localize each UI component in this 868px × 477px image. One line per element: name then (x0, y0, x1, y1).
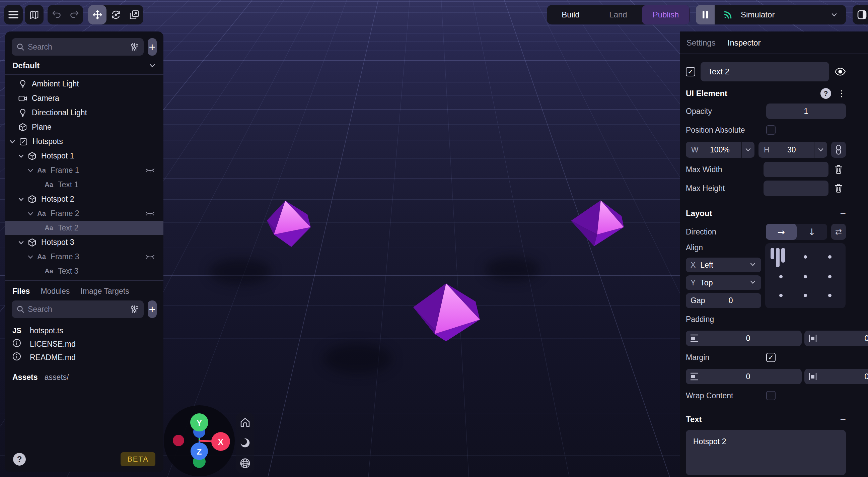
files-search[interactable] (12, 300, 144, 318)
redo-button[interactable] (69, 10, 80, 20)
tab-publish[interactable]: Publish (642, 5, 689, 25)
kebab-menu-icon[interactable]: ⋮ (837, 88, 846, 99)
help-icon[interactable]: ? (820, 88, 831, 99)
scale-tool-button[interactable] (125, 5, 143, 25)
align-cell[interactable] (818, 246, 842, 267)
map-button[interactable] (25, 5, 43, 25)
undo-button[interactable] (52, 10, 62, 20)
align-cell[interactable] (793, 246, 817, 267)
tree-item-plane[interactable]: Plane (5, 120, 163, 134)
margin-vertical-input[interactable] (699, 372, 798, 381)
tab-modules[interactable]: Modules (40, 287, 70, 296)
chevron-down-icon[interactable] (17, 239, 25, 246)
tree-item-text-1[interactable]: Aa Text 1 (5, 178, 163, 192)
max-height-input[interactable] (764, 181, 829, 196)
align-y-dropdown[interactable]: Y Top (686, 275, 761, 290)
add-entity-button[interactable]: + (148, 38, 157, 56)
toggle-panel-button[interactable] (852, 5, 868, 25)
tree-item-ambient-light[interactable]: Ambient Light (5, 77, 163, 91)
file-item-hotspot-ts[interactable]: JS hotspot.ts (5, 324, 163, 337)
home-button[interactable] (240, 417, 250, 428)
file-item-license[interactable]: LICENSE.md (5, 337, 163, 351)
align-cell[interactable] (818, 286, 842, 305)
collapse-section-icon[interactable]: − (840, 414, 846, 425)
collapse-section-icon[interactable]: − (840, 208, 846, 219)
assets-row[interactable]: Assets assets/ (5, 364, 163, 391)
margin-vertical-field[interactable] (686, 369, 802, 384)
align-cell[interactable] (818, 267, 842, 286)
dark-mode-button[interactable] (240, 438, 250, 448)
padding-vertical-field[interactable] (686, 331, 802, 346)
chevron-down-icon[interactable] (8, 138, 17, 145)
padding-vertical-input[interactable] (699, 334, 798, 343)
clear-max-width-button[interactable] (831, 165, 846, 174)
gap-input[interactable] (705, 296, 756, 305)
direction-row-button[interactable]: → (766, 224, 797, 240)
tree-item-frame-1[interactable]: Aa Frame 1 (5, 163, 163, 178)
align-cell-top-left-active[interactable] (769, 246, 793, 267)
chevron-down-icon[interactable] (741, 142, 754, 158)
globe-button[interactable] (240, 458, 250, 469)
align-cell[interactable] (793, 267, 817, 286)
simulator-selector[interactable]: Simulator (715, 5, 846, 25)
padding-horizontal-field[interactable] (804, 331, 868, 346)
file-item-readme[interactable]: README.md (5, 351, 163, 364)
tree-item-text-3[interactable]: Aa Text 3 (5, 264, 163, 278)
align-cell[interactable] (793, 286, 817, 305)
help-button[interactable]: ? (13, 453, 26, 466)
pause-button[interactable] (696, 5, 715, 25)
tree-item-hotspot-3[interactable]: Hotspot 3 (5, 235, 163, 249)
align-cell[interactable] (769, 267, 793, 286)
tab-settings[interactable]: Settings (686, 38, 716, 48)
tree-item-camera[interactable]: Camera (5, 91, 163, 106)
gap-field[interactable]: Gap (686, 293, 761, 308)
eye-open-icon[interactable] (835, 68, 846, 76)
eye-closed-icon[interactable] (145, 254, 155, 260)
chevron-down-icon[interactable] (27, 167, 34, 174)
tab-image-targets[interactable]: Image Targets (81, 287, 129, 296)
rotate-tool-button[interactable] (106, 5, 125, 25)
move-tool-button[interactable] (88, 5, 106, 25)
margin-horizontal-input[interactable] (817, 372, 868, 381)
align-x-dropdown[interactable]: X Left (686, 258, 761, 272)
position-absolute-checkbox[interactable] (766, 125, 776, 135)
chevron-down-icon[interactable] (814, 142, 827, 158)
chevron-down-icon[interactable] (17, 152, 25, 160)
direction-column-button[interactable]: ↓ (797, 224, 828, 240)
tree-item-frame-2[interactable]: Aa Frame 2 (5, 206, 163, 221)
chevron-down-icon[interactable] (27, 210, 34, 217)
align-cell[interactable] (769, 286, 793, 305)
chevron-down-icon[interactable] (17, 196, 25, 203)
padding-horizontal-input[interactable] (817, 334, 868, 343)
eye-closed-icon[interactable] (145, 168, 155, 173)
text-content-input[interactable]: Hotspot 2 (686, 430, 846, 475)
tree-item-hotspot-2[interactable]: Hotspot 2 (5, 192, 163, 206)
add-file-button[interactable]: + (148, 300, 157, 318)
opacity-input[interactable] (766, 103, 846, 119)
tab-inspector[interactable]: Inspector (728, 38, 761, 48)
filter-icon[interactable] (130, 305, 139, 314)
tree-item-frame-3[interactable]: Aa Frame 3 (5, 249, 163, 264)
filter-icon[interactable] (130, 42, 139, 51)
main-menu-button[interactable] (4, 5, 23, 25)
margin-horizontal-field[interactable] (804, 369, 868, 384)
tab-build[interactable]: Build (547, 10, 594, 20)
clear-max-height-button[interactable] (831, 184, 846, 193)
tree-item-directional-light[interactable]: Directional Light (5, 106, 163, 120)
tree-item-text-2[interactable]: Aa Text 2 (5, 221, 163, 235)
chevron-down-icon[interactable] (27, 253, 34, 261)
scene-search[interactable] (12, 38, 144, 56)
tree-item-hotspots[interactable]: Hotspots (5, 134, 163, 149)
max-width-input[interactable] (764, 162, 829, 177)
tab-files[interactable]: Files (12, 287, 30, 296)
entity-name-input[interactable] (701, 62, 829, 81)
collection-selector[interactable]: Default (5, 56, 163, 74)
tree-item-hotspot-1[interactable]: Hotspot 1 (5, 149, 163, 163)
entity-enabled-checkbox[interactable]: ✓ (686, 67, 695, 77)
tab-land[interactable]: Land (594, 10, 642, 20)
scene-search-input[interactable] (28, 42, 127, 52)
eye-closed-icon[interactable] (145, 211, 155, 216)
direction-reverse-button[interactable]: ⇄ (831, 224, 846, 240)
files-search-input[interactable] (28, 305, 127, 314)
wrap-content-checkbox[interactable] (766, 391, 776, 400)
